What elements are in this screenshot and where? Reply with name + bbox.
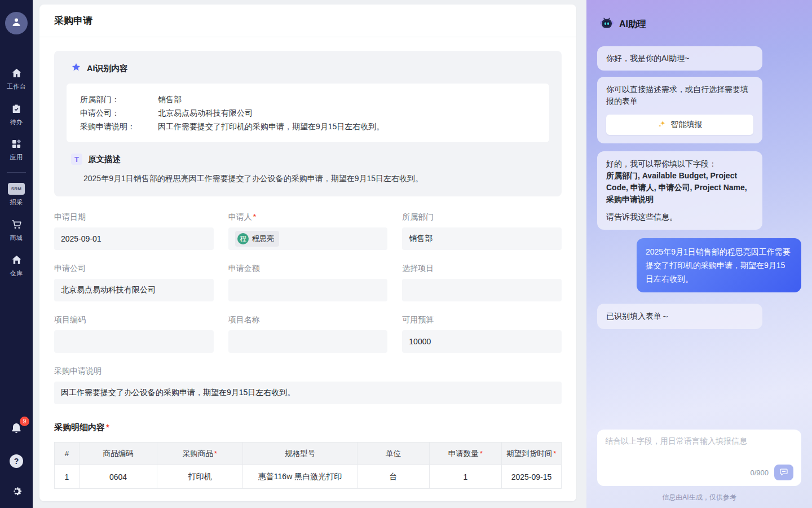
budget-field[interactable]: 10000: [402, 330, 562, 353]
field-label: 可用预算: [402, 315, 562, 325]
char-counter: 0/900: [750, 468, 769, 477]
field-description: 采购申请说明 因工作需要提交了办公设备的采购申请，期望在9月15日左右收到。: [54, 366, 562, 404]
notification-badge: 9: [20, 417, 29, 426]
sidebar-item-mall[interactable]: 商城: [0, 213, 33, 248]
field-label: 申请日期: [54, 212, 214, 222]
company-field[interactable]: 北京易点易动科技有限公司: [54, 279, 214, 301]
smart-fill-label: 智能填报: [671, 120, 703, 130]
avatar[interactable]: [5, 12, 28, 34]
sidebar-item-label: 商城: [10, 234, 23, 242]
sidebar-item-label: 应用: [10, 153, 23, 161]
field-budget: 可用预算 10000: [402, 315, 562, 353]
project-select-field[interactable]: [402, 279, 562, 301]
project-name-field[interactable]: [228, 330, 388, 353]
column-header-code: 商品编码: [80, 443, 157, 465]
ai-recognized-header: AI识别内容: [67, 62, 549, 75]
amount-field[interactable]: [228, 279, 388, 301]
column-header-index: #: [55, 443, 80, 465]
sidebar-item-todo[interactable]: 待办: [0, 97, 33, 133]
sidebar: 工作台 待办 应用 SRM 招采 商城: [0, 0, 33, 508]
project-code-field[interactable]: [54, 330, 214, 353]
sidebar-bottom: 9 ?: [10, 422, 23, 500]
request-form: 申请日期 2025-09-01 申请人 程 程思亮 所属部门 销售部: [54, 212, 562, 353]
question-icon: ?: [14, 457, 19, 466]
send-button[interactable]: [774, 465, 793, 480]
recognized-value: 因工作需要提交了打印机的采购申请，期望在9月15日左右收到。: [158, 120, 384, 133]
ai-assistant-header: AI助理: [597, 16, 801, 33]
sidebar-item-workbench[interactable]: 工作台: [0, 62, 33, 97]
composer-footer: 0/900: [605, 465, 793, 480]
recognized-label: 采购申请说明：: [80, 120, 158, 133]
description-field[interactable]: 因工作需要提交了办公设备的采购申请，期望在9月15日左右收到。: [54, 382, 562, 404]
page-title: 采购申请: [54, 14, 92, 27]
applicant-field[interactable]: 程 程思亮: [228, 227, 388, 250]
field-project-select: 选择项目: [402, 264, 562, 301]
cell-spec[interactable]: 惠普116w 黑白激光打印: [243, 465, 358, 489]
cell-arrival[interactable]: 2025-09-15: [502, 465, 562, 489]
cell-product[interactable]: 打印机: [157, 465, 243, 489]
detail-section-title: 采购明细内容: [54, 422, 562, 433]
cell-unit[interactable]: 台: [358, 465, 430, 489]
detail-table: # 商品编码 采购商品 规格型号 单位 申请数量 期望到货时间 1 0604 打…: [54, 442, 562, 489]
star-icon: [71, 62, 81, 75]
field-label: 申请金额: [228, 264, 388, 274]
cart-icon: [11, 218, 23, 230]
smart-fill-button[interactable]: 智能填报: [606, 115, 753, 135]
sidebar-item-label: 待办: [10, 118, 23, 126]
original-text-title: 原文描述: [88, 154, 121, 165]
department-field[interactable]: 销售部: [402, 227, 562, 250]
field-label: 所属部门: [402, 212, 562, 222]
recognized-row: 采购申请说明： 因工作需要提交了打印机的采购申请，期望在9月15日左右收到。: [80, 120, 536, 133]
fields-list: 所属部门, Available Budget, Project Code, 申请…: [606, 170, 753, 205]
ai-recognized-title: AI识别内容: [87, 63, 128, 74]
cell-index: 1: [55, 465, 80, 489]
column-header-unit: 单位: [358, 443, 430, 465]
ai-recognized-values: 所属部门： 销售部 申请公司： 北京易点易动科技有限公司 采购申请说明： 因工作…: [67, 84, 549, 142]
sidebar-item-label: 工作台: [7, 82, 27, 91]
field-company: 申请公司 北京易点易动科技有限公司: [54, 264, 214, 301]
recognized-value: 北京易点易动科技有限公司: [158, 106, 253, 120]
field-label: 选择项目: [402, 264, 562, 274]
cell-qty[interactable]: 1: [430, 465, 502, 489]
recognized-row: 申请公司： 北京易点易动科技有限公司: [80, 106, 536, 120]
intro-text: 你可以直接描述需求，或自行选择需要填报的表单: [606, 85, 748, 106]
sidebar-nav: 工作台 待办 应用 SRM 招采 商城: [0, 62, 33, 284]
field-label: 申请人: [228, 212, 388, 222]
sidebar-item-apps[interactable]: 应用: [0, 133, 33, 168]
sparkle-icon: [657, 119, 667, 130]
field-value: 因工作需要提交了办公设备的采购申请，期望在9月15日左右收到。: [61, 388, 295, 398]
composer-input[interactable]: [605, 436, 793, 465]
applicant-chip: 程 程思亮: [235, 231, 279, 247]
fields-intro: 好的，我可以帮你填以下字段：: [606, 158, 753, 170]
text-icon: T: [71, 154, 82, 165]
table-row: 1 0604 打印机 惠普116w 黑白激光打印 台 1 2025-09-15: [55, 465, 562, 489]
field-value: 销售部: [409, 234, 433, 244]
cell-code[interactable]: 0604: [80, 465, 157, 489]
ai-message-greeting: 你好，我是你的AI助理~: [597, 46, 762, 71]
purchase-request-card: 采购申请 AI识别内容 所属部门： 销售部 申请公司：: [39, 5, 576, 501]
notifications-button[interactable]: 9: [10, 422, 23, 437]
send-chat-icon: [779, 467, 789, 479]
recognized-label: 申请公司：: [80, 106, 158, 120]
settings-button[interactable]: [10, 485, 23, 500]
field-project-name: 项目名称: [228, 315, 388, 353]
request-date-field[interactable]: 2025-09-01: [54, 227, 214, 250]
sidebar-item-warehouse[interactable]: 仓库: [0, 248, 33, 284]
ai-message-fields: 好的，我可以帮你填以下字段： 所属部门, Available Budget, P…: [597, 151, 762, 230]
column-header-spec: 规格型号: [243, 443, 358, 465]
chat-spacer: [597, 329, 801, 430]
column-header-product: 采购商品: [157, 443, 243, 465]
card-header: 采购申请: [39, 5, 576, 37]
column-header-qty: 申请数量: [430, 443, 502, 465]
gear-icon: [10, 490, 23, 500]
ai-assistant-panel: AI助理 你好，我是你的AI助理~ 你可以直接描述需求，或自行选择需要填报的表单…: [586, 0, 812, 508]
card-body: AI识别内容 所属部门： 销售部 申请公司： 北京易点易动科技有限公司 采购申请…: [39, 37, 576, 500]
help-button[interactable]: ?: [10, 454, 23, 468]
applicant-name: 程思亮: [252, 234, 274, 244]
field-label: 项目编码: [54, 315, 214, 325]
warehouse-icon: [11, 254, 23, 266]
field-label: 项目名称: [228, 315, 388, 325]
sidebar-item-procurement[interactable]: SRM 招采: [0, 177, 33, 213]
field-label: 申请公司: [54, 264, 214, 274]
ai-recognized-block: AI识别内容 所属部门： 销售部 申请公司： 北京易点易动科技有限公司 采购申请…: [54, 51, 562, 196]
